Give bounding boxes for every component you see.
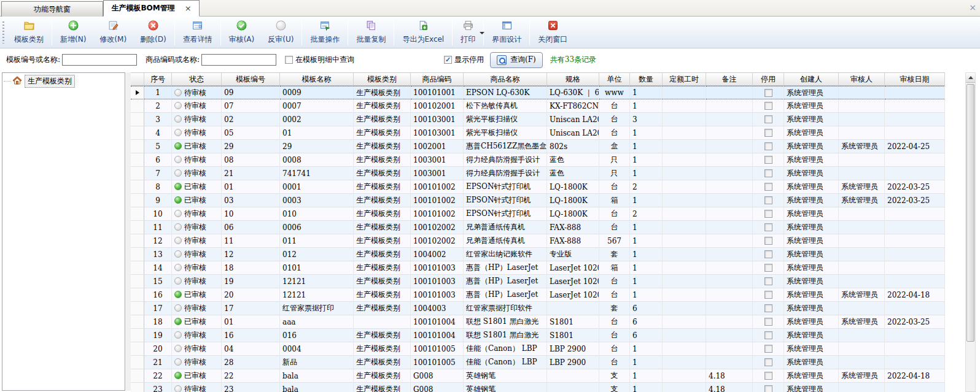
cell-status[interactable]: 待审核 [172, 329, 222, 342]
cell-qty[interactable]: 6 [630, 302, 663, 315]
cell-code[interactable]: 100101005 [411, 342, 464, 356]
cell-remark[interactable] [706, 275, 753, 288]
cell-tpl_name[interactable]: 0009 [280, 86, 354, 99]
delete-button[interactable]: 删除(D) [133, 18, 173, 47]
cell-remark[interactable] [706, 342, 753, 356]
cell-name[interactable]: 英雄钢笔 [464, 383, 547, 392]
cell-qty[interactable]: 1 [630, 221, 663, 234]
cell-spec[interactable] [547, 383, 599, 392]
cell-unit[interactable]: 只 [599, 167, 630, 180]
cell-stop[interactable] [753, 342, 784, 356]
table-row[interactable]: 8已审核010001生产模板类别100101002EPSON针式打印机LQ-18… [131, 180, 945, 194]
cell-date[interactable] [885, 356, 945, 369]
cell-hours[interactable] [663, 140, 706, 153]
cell-tpl_name[interactable]: 0007 [280, 99, 354, 113]
cell-auditor[interactable] [839, 113, 885, 126]
cell-category[interactable]: 生产模板类别 [354, 248, 411, 261]
cell-status[interactable]: 待审核 [172, 234, 222, 248]
column-header-category[interactable]: 模板类别 [354, 72, 411, 86]
cell-hours[interactable] [663, 167, 706, 180]
cell-status[interactable]: 已审核 [172, 369, 222, 383]
cell-stop[interactable] [753, 153, 784, 167]
cell-spec[interactable]: FAX-888 [547, 234, 599, 248]
cell-unit[interactable]: 箱 [599, 261, 630, 275]
cell-tpl_no[interactable]: 12 [222, 248, 280, 261]
cell-qty[interactable]: 1 [630, 194, 663, 207]
column-header-name[interactable]: 商品名称 [464, 72, 547, 86]
column-header-stop[interactable]: 停用 [753, 72, 784, 86]
cell-remark[interactable] [706, 329, 753, 342]
cell-name[interactable]: 佳能（Canon） LBP [464, 356, 547, 369]
row-indicator[interactable] [131, 261, 144, 275]
column-header-spec[interactable]: 规格 [547, 72, 599, 86]
cell-code[interactable]: 1004003 [411, 302, 464, 315]
cell-no[interactable]: 18 [144, 315, 172, 329]
cell-code[interactable]: 100101002 [411, 194, 464, 207]
cell-qty[interactable]: 1 [630, 140, 663, 153]
cell-status[interactable]: 待审核 [172, 86, 222, 99]
cell-creator[interactable]: 系统管理员 [784, 221, 839, 234]
cell-code[interactable]: 100102001 [411, 99, 464, 113]
unapprove-button[interactable]: 反审(U) [261, 18, 300, 47]
cell-remark[interactable] [706, 261, 753, 275]
cell-date[interactable]: 2022-04-18 [885, 369, 945, 383]
cell-qty[interactable]: 6 [630, 315, 663, 329]
cell-unit[interactable]: 台 [599, 288, 630, 302]
cell-name[interactable]: 松下热敏传真机 [464, 99, 547, 113]
cell-status[interactable]: 已审核 [172, 140, 222, 153]
table-row[interactable]: 11待审核060006生产模板类别100102002兄弟普通纸传真机FAX-88… [131, 221, 945, 234]
cell-stop[interactable] [753, 248, 784, 261]
cell-remark[interactable] [706, 140, 753, 153]
cell-unit[interactable]: 台 [599, 329, 630, 342]
cell-tpl_no[interactable]: 18 [222, 261, 280, 275]
cell-creator[interactable]: 系统管理员 [784, 302, 839, 315]
cell-status[interactable]: 待审核 [172, 99, 222, 113]
cell-creator[interactable]: 系统管理员 [784, 140, 839, 153]
cell-no[interactable]: 11 [144, 221, 172, 234]
cell-hours[interactable] [663, 329, 706, 342]
column-header-code[interactable]: 商品编码 [411, 72, 464, 86]
cell-stop[interactable] [753, 207, 784, 221]
row-indicator[interactable] [131, 234, 144, 248]
cell-code[interactable]: 100101004 [411, 329, 464, 342]
table-row[interactable]: 6待审核080008生产模板类别1003001得力经典防滑握手设计蓝色只1系统管… [131, 153, 945, 167]
cell-no[interactable]: 14 [144, 261, 172, 275]
cell-stop[interactable] [753, 194, 784, 207]
cell-status[interactable]: 已审核 [172, 180, 222, 194]
cell-status[interactable]: 已审核 [172, 194, 222, 207]
cell-creator[interactable]: 系统管理员 [784, 315, 839, 329]
cell-creator[interactable]: 系统管理员 [784, 383, 839, 392]
cell-tpl_name[interactable]: 0006 [280, 221, 354, 234]
cell-auditor[interactable] [839, 356, 885, 369]
cell-remark[interactable] [706, 86, 753, 99]
cell-no[interactable]: 6 [144, 153, 172, 167]
cell-stop[interactable] [753, 221, 784, 234]
cell-spec[interactable]: FAX-888 [547, 221, 599, 234]
cell-status[interactable]: 待审核 [172, 126, 222, 140]
approve-button[interactable]: 审核(A) [222, 18, 262, 47]
cell-tpl_no[interactable]: 07 [222, 99, 280, 113]
cell-creator[interactable]: 系统管理员 [784, 167, 839, 180]
cell-remark[interactable]: 4.18 [706, 369, 753, 383]
cell-status[interactable]: 已审核 [172, 288, 222, 302]
row-indicator[interactable] [131, 356, 144, 369]
row-indicator-selected[interactable] [131, 86, 144, 99]
cell-no[interactable]: 4 [144, 126, 172, 140]
column-header-date[interactable]: 审核日期 [885, 72, 945, 86]
cell-date[interactable] [885, 153, 945, 167]
cell-qty[interactable]: 1 [630, 383, 663, 392]
stop-checkbox[interactable] [764, 142, 772, 150]
cell-tpl_name[interactable]: bala [280, 369, 354, 383]
column-header-auditor[interactable]: 审核人 [839, 72, 885, 86]
cell-date[interactable]: 2022-04-18 [885, 288, 945, 302]
cell-hours[interactable] [663, 126, 706, 140]
cell-category[interactable]: 生产模板类别 [354, 194, 411, 207]
cell-hours[interactable] [663, 275, 706, 288]
cell-remark[interactable] [706, 234, 753, 248]
scroll-up-button[interactable] [966, 73, 975, 83]
stop-checkbox[interactable] [764, 102, 772, 110]
row-indicator[interactable] [131, 383, 144, 392]
cell-hours[interactable] [663, 194, 706, 207]
cell-spec[interactable] [547, 369, 599, 383]
table-row[interactable]: 10待审核10010生产模板类别100101002EPSON针式打印机LQ-18… [131, 207, 945, 221]
